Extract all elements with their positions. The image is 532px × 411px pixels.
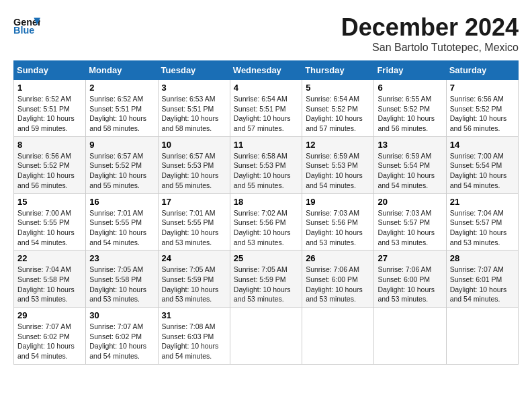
calendar-cell: 10 Sunrise: 6:57 AMSunset: 5:53 PMDaylig… <box>158 136 230 193</box>
calendar-table: SundayMondayTuesdayWednesdayThursdayFrid… <box>13 60 519 365</box>
week-row-4: 22 Sunrise: 7:04 AMSunset: 5:58 PMDaylig… <box>14 250 519 308</box>
day-info: Sunrise: 6:55 AMSunset: 5:52 PMDaylight:… <box>378 95 435 132</box>
day-number: 7 <box>450 83 515 93</box>
week-row-2: 8 Sunrise: 6:56 AMSunset: 5:52 PMDayligh… <box>14 136 519 193</box>
day-number: 11 <box>234 140 298 150</box>
header-section: General Blue December 2024 San Bartolo T… <box>13 13 519 54</box>
day-info: Sunrise: 7:07 AMSunset: 6:01 PMDaylight:… <box>450 265 507 303</box>
month-title: December 2024 <box>341 13 519 42</box>
day-number: 17 <box>162 197 226 207</box>
day-info: Sunrise: 7:05 AMSunset: 5:59 PMDaylight:… <box>162 265 219 303</box>
day-number: 21 <box>450 197 515 207</box>
calendar-cell: 19 Sunrise: 7:03 AMSunset: 5:56 PMDaylig… <box>302 193 374 250</box>
day-number: 22 <box>17 253 82 263</box>
day-info: Sunrise: 7:05 AMSunset: 5:59 PMDaylight:… <box>234 265 291 303</box>
calendar-cell: 20 Sunrise: 7:03 AMSunset: 5:57 PMDaylig… <box>374 193 446 250</box>
day-info: Sunrise: 7:02 AMSunset: 5:56 PMDaylight:… <box>234 209 291 246</box>
calendar-cell: 3 Sunrise: 6:53 AMSunset: 5:51 PMDayligh… <box>158 80 230 137</box>
day-number: 19 <box>306 197 370 207</box>
calendar-cell: 8 Sunrise: 6:56 AMSunset: 5:52 PMDayligh… <box>14 136 86 193</box>
calendar-cell: 11 Sunrise: 6:58 AMSunset: 5:53 PMDaylig… <box>230 136 302 193</box>
day-number: 3 <box>162 83 226 93</box>
day-info: Sunrise: 6:54 AMSunset: 5:52 PMDaylight:… <box>306 95 363 132</box>
calendar-cell: 12 Sunrise: 6:59 AMSunset: 5:53 PMDaylig… <box>302 136 374 193</box>
calendar-cell: 31 Sunrise: 7:08 AMSunset: 6:03 PMDaylig… <box>158 308 230 365</box>
calendar-cell: 28 Sunrise: 7:07 AMSunset: 6:01 PMDaylig… <box>446 250 518 308</box>
day-info: Sunrise: 7:05 AMSunset: 5:58 PMDaylight:… <box>89 265 146 303</box>
calendar-cell: 21 Sunrise: 7:04 AMSunset: 5:57 PMDaylig… <box>446 193 518 250</box>
calendar-cell: 13 Sunrise: 6:59 AMSunset: 5:54 PMDaylig… <box>374 136 446 193</box>
title-section: December 2024 San Bartolo Tutotepec, Mex… <box>341 13 519 54</box>
day-number: 9 <box>89 140 154 150</box>
day-number: 26 <box>306 253 370 263</box>
day-info: Sunrise: 7:08 AMSunset: 6:03 PMDaylight:… <box>162 322 219 360</box>
day-info: Sunrise: 7:06 AMSunset: 6:00 PMDaylight:… <box>306 265 363 303</box>
day-info: Sunrise: 6:52 AMSunset: 5:51 PMDaylight:… <box>89 95 146 132</box>
day-number: 14 <box>450 140 515 150</box>
day-info: Sunrise: 7:07 AMSunset: 6:02 PMDaylight:… <box>89 322 146 360</box>
day-header-saturday: Saturday <box>446 61 518 80</box>
day-number: 5 <box>306 83 370 93</box>
day-info: Sunrise: 7:03 AMSunset: 5:57 PMDaylight:… <box>378 209 435 246</box>
day-info: Sunrise: 7:01 AMSunset: 5:55 PMDaylight:… <box>89 209 146 246</box>
calendar-cell: 6 Sunrise: 6:55 AMSunset: 5:52 PMDayligh… <box>374 80 446 137</box>
calendar-cell: 4 Sunrise: 6:54 AMSunset: 5:51 PMDayligh… <box>230 80 302 137</box>
day-info: Sunrise: 7:04 AMSunset: 5:57 PMDaylight:… <box>450 209 507 246</box>
day-number: 27 <box>378 253 442 263</box>
location-title: San Bartolo Tutotepec, Mexico <box>341 42 519 54</box>
day-info: Sunrise: 7:04 AMSunset: 5:58 PMDaylight:… <box>17 265 75 303</box>
calendar-cell: 25 Sunrise: 7:05 AMSunset: 5:59 PMDaylig… <box>230 250 302 308</box>
calendar-cell: 7 Sunrise: 6:56 AMSunset: 5:52 PMDayligh… <box>446 80 518 137</box>
day-info: Sunrise: 6:59 AMSunset: 5:54 PMDaylight:… <box>378 152 435 189</box>
day-info: Sunrise: 7:06 AMSunset: 6:00 PMDaylight:… <box>378 265 435 303</box>
day-info: Sunrise: 7:00 AMSunset: 5:55 PMDaylight:… <box>17 209 75 246</box>
day-header-friday: Friday <box>374 61 446 80</box>
calendar-cell: 17 Sunrise: 7:01 AMSunset: 5:55 PMDaylig… <box>158 193 230 250</box>
week-row-3: 15 Sunrise: 7:00 AMSunset: 5:55 PMDaylig… <box>14 193 519 250</box>
day-header-wednesday: Wednesday <box>230 61 302 80</box>
day-number: 18 <box>234 197 298 207</box>
day-number: 28 <box>450 253 515 263</box>
day-number: 16 <box>89 197 154 207</box>
calendar-cell: 9 Sunrise: 6:57 AMSunset: 5:52 PMDayligh… <box>86 136 158 193</box>
day-number: 10 <box>162 140 226 150</box>
calendar-cell: 14 Sunrise: 7:00 AMSunset: 5:54 PMDaylig… <box>446 136 518 193</box>
day-header-monday: Monday <box>86 61 158 80</box>
calendar-cell: 27 Sunrise: 7:06 AMSunset: 6:00 PMDaylig… <box>374 250 446 308</box>
day-number: 12 <box>306 140 370 150</box>
day-number: 25 <box>234 253 298 263</box>
calendar-cell: 18 Sunrise: 7:02 AMSunset: 5:56 PMDaylig… <box>230 193 302 250</box>
day-info: Sunrise: 6:52 AMSunset: 5:51 PMDaylight:… <box>17 95 75 132</box>
calendar-cell: 5 Sunrise: 6:54 AMSunset: 5:52 PMDayligh… <box>302 80 374 137</box>
day-info: Sunrise: 6:57 AMSunset: 5:52 PMDaylight:… <box>89 152 146 189</box>
day-info: Sunrise: 6:56 AMSunset: 5:52 PMDaylight:… <box>17 152 75 189</box>
calendar-cell: 1 Sunrise: 6:52 AMSunset: 5:51 PMDayligh… <box>14 80 86 137</box>
day-number: 8 <box>17 140 82 150</box>
week-row-1: 1 Sunrise: 6:52 AMSunset: 5:51 PMDayligh… <box>14 80 519 137</box>
day-number: 29 <box>17 310 82 320</box>
day-info: Sunrise: 6:58 AMSunset: 5:53 PMDaylight:… <box>234 152 291 189</box>
calendar-cell: 16 Sunrise: 7:01 AMSunset: 5:55 PMDaylig… <box>86 193 158 250</box>
calendar-cell <box>230 308 302 365</box>
calendar-cell: 24 Sunrise: 7:05 AMSunset: 5:59 PMDaylig… <box>158 250 230 308</box>
day-info: Sunrise: 7:01 AMSunset: 5:55 PMDaylight:… <box>162 209 219 246</box>
calendar-cell: 29 Sunrise: 7:07 AMSunset: 6:02 PMDaylig… <box>14 308 86 365</box>
calendar-cell: 15 Sunrise: 7:00 AMSunset: 5:55 PMDaylig… <box>14 193 86 250</box>
day-info: Sunrise: 6:53 AMSunset: 5:51 PMDaylight:… <box>162 95 219 132</box>
calendar-cell: 2 Sunrise: 6:52 AMSunset: 5:51 PMDayligh… <box>86 80 158 137</box>
day-header-thursday: Thursday <box>302 61 374 80</box>
calendar-body: 1 Sunrise: 6:52 AMSunset: 5:51 PMDayligh… <box>14 80 519 365</box>
day-number: 24 <box>162 253 226 263</box>
day-number: 1 <box>17 83 82 93</box>
day-info: Sunrise: 7:00 AMSunset: 5:54 PMDaylight:… <box>450 152 507 189</box>
day-number: 4 <box>234 83 298 93</box>
day-number: 20 <box>378 197 442 207</box>
day-number: 2 <box>89 83 154 93</box>
day-info: Sunrise: 6:57 AMSunset: 5:53 PMDaylight:… <box>162 152 219 189</box>
day-info: Sunrise: 6:56 AMSunset: 5:52 PMDaylight:… <box>450 95 507 132</box>
day-info: Sunrise: 7:03 AMSunset: 5:56 PMDaylight:… <box>306 209 363 246</box>
day-number: 30 <box>89 310 154 320</box>
svg-text:Blue: Blue <box>13 25 34 36</box>
calendar-cell <box>302 308 374 365</box>
day-number: 23 <box>89 253 154 263</box>
